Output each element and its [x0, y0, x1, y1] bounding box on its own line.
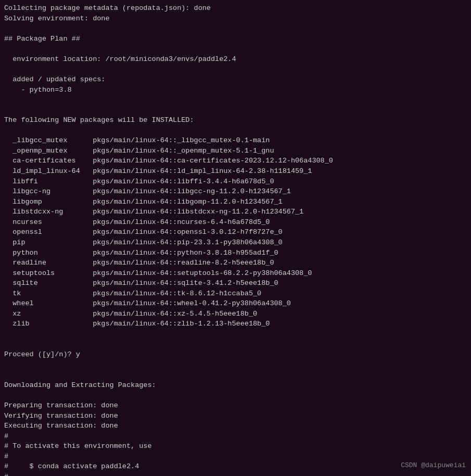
- terminal-line: _openmp_mutex pkgs/main/linux-64::_openm…: [4, 146, 467, 156]
- terminal-line: [4, 44, 467, 54]
- terminal-line: libffi pkgs/main/linux-64::libffi-3.4.4-…: [4, 177, 467, 187]
- terminal-line: xz pkgs/main/linux-64::xz-5.4.5-h5eee18b…: [4, 309, 467, 319]
- terminal-line: [4, 370, 467, 380]
- terminal-line: zlib pkgs/main/linux-64::zlib-1.2.13-h5e…: [4, 319, 467, 329]
- terminal-line: added / updated specs:: [4, 74, 467, 85]
- terminal-line: Downloading and Extracting Packages:: [4, 380, 467, 391]
- terminal-line: openssl pkgs/main/linux-64::openssl-3.0.…: [4, 227, 467, 237]
- terminal-line: ## Package Plan ##: [4, 34, 467, 44]
- watermark-text: CSDN @daipuweiai: [401, 461, 466, 471]
- terminal-line: pip pkgs/main/linux-64::pip-23.3.1-py38h…: [4, 237, 467, 248]
- terminal-line: Collecting package metadata (repodata.js…: [4, 3, 467, 14]
- terminal-line: libgomp pkgs/main/linux-64::libgomp-11.2…: [4, 197, 467, 207]
- terminal-line: python pkgs/main/linux-64::python-3.8.18…: [4, 248, 467, 258]
- terminal-line: _libgcc_mutex pkgs/main/linux-64::_libgc…: [4, 135, 467, 146]
- terminal-line: [4, 105, 467, 116]
- terminal-line: Verifying transaction: done: [4, 411, 467, 421]
- terminal-line: ncurses pkgs/main/linux-64::ncurses-6.4-…: [4, 217, 467, 228]
- terminal-line: Solving environment: done: [4, 14, 467, 24]
- terminal-line: #: [4, 452, 467, 462]
- terminal-line: Executing transaction: done: [4, 421, 467, 431]
- terminal-line: ld_impl_linux-64 pkgs/main/linux-64::ld_…: [4, 166, 467, 177]
- terminal-line: readline pkgs/main/linux-64::readline-8.…: [4, 258, 467, 268]
- terminal-line: Preparing transaction: done: [4, 400, 467, 411]
- terminal-line: sqlite pkgs/main/linux-64::sqlite-3.41.2…: [4, 278, 467, 289]
- terminal-line: # $ conda activate paddle2.4: [4, 461, 467, 472]
- terminal-line: libgcc-ng pkgs/main/linux-64::libgcc-ng-…: [4, 186, 467, 197]
- terminal-line: # To activate this environment, use: [4, 441, 467, 452]
- terminal-line: setuptools pkgs/main/linux-64::setuptool…: [4, 268, 467, 279]
- terminal-line: libstdcxx-ng pkgs/main/linux-64::libstdc…: [4, 207, 467, 217]
- terminal-line: #: [4, 472, 467, 476]
- terminal-line: [4, 64, 467, 74]
- terminal-line: environment location: /root/miniconda3/e…: [4, 54, 467, 65]
- terminal-line: #: [4, 431, 467, 442]
- terminal-line: [4, 390, 467, 400]
- terminal-line: [4, 126, 467, 136]
- terminal-line: [4, 340, 467, 350]
- terminal-output: Collecting package metadata (repodata.js…: [4, 3, 467, 476]
- terminal-line: [4, 329, 467, 340]
- terminal-line: wheel pkgs/main/linux-64::wheel-0.41.2-p…: [4, 298, 467, 309]
- terminal-line: tk pkgs/main/linux-64::tk-8.6.12-h1ccaba…: [4, 289, 467, 299]
- terminal-line: ca-certificates pkgs/main/linux-64::ca-c…: [4, 156, 467, 166]
- terminal-line: [4, 23, 467, 34]
- terminal-line: Proceed ([y]/n)? y: [4, 349, 467, 360]
- terminal-line: [4, 360, 467, 370]
- terminal-line: [4, 95, 467, 105]
- terminal-line: - python=3.8: [4, 85, 467, 95]
- terminal-line: The following NEW packages will be INSTA…: [4, 115, 467, 126]
